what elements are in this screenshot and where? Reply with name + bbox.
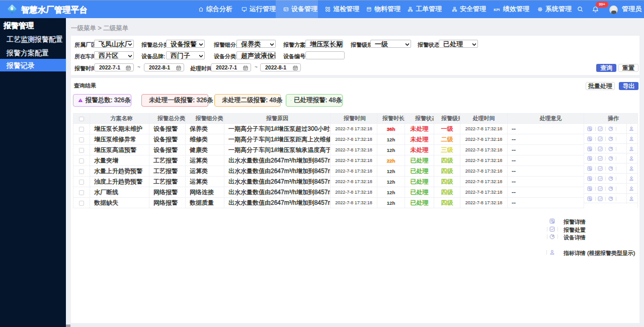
svg-text:KPI: KPI: [494, 7, 500, 12]
